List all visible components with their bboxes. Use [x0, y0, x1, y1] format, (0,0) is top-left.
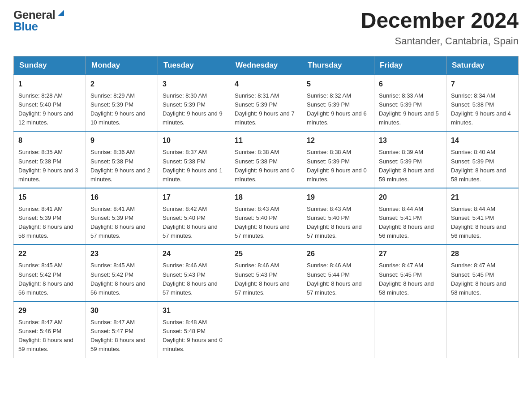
table-row: 4 Sunrise: 8:31 AMSunset: 5:39 PMDayligh…	[230, 75, 302, 132]
day-info: Sunrise: 8:32 AMSunset: 5:39 PMDaylight:…	[307, 92, 367, 126]
day-number: 7	[451, 79, 514, 90]
col-friday: Friday	[374, 56, 446, 75]
table-row: 11 Sunrise: 8:38 AMSunset: 5:38 PMDaylig…	[230, 131, 302, 188]
day-info: Sunrise: 8:34 AMSunset: 5:38 PMDaylight:…	[451, 92, 511, 126]
table-row	[302, 301, 374, 358]
day-info: Sunrise: 8:43 AMSunset: 5:40 PMDaylight:…	[235, 206, 290, 239]
col-saturday: Saturday	[446, 56, 519, 75]
day-info: Sunrise: 8:47 AMSunset: 5:45 PMDaylight:…	[379, 262, 434, 295]
table-row: 15 Sunrise: 8:41 AMSunset: 5:39 PMDaylig…	[14, 188, 86, 245]
day-info: Sunrise: 8:46 AMSunset: 5:44 PMDaylight:…	[307, 262, 362, 295]
day-number: 24	[163, 248, 225, 259]
table-row: 10 Sunrise: 8:37 AMSunset: 5:38 PMDaylig…	[158, 131, 230, 188]
day-info: Sunrise: 8:28 AMSunset: 5:40 PMDaylight:…	[18, 92, 73, 126]
day-info: Sunrise: 8:48 AMSunset: 5:48 PMDaylight:…	[163, 319, 223, 352]
table-row: 7 Sunrise: 8:34 AMSunset: 5:38 PMDayligh…	[446, 75, 519, 132]
day-number: 26	[307, 248, 369, 259]
day-number: 12	[307, 135, 369, 146]
day-number: 10	[163, 135, 225, 146]
col-sunday: Sunday	[14, 56, 86, 75]
table-row: 12 Sunrise: 8:38 AMSunset: 5:39 PMDaylig…	[302, 131, 374, 188]
logo: General Blue	[13, 9, 66, 32]
table-row: 6 Sunrise: 8:33 AMSunset: 5:39 PMDayligh…	[374, 75, 446, 132]
day-number: 3	[163, 79, 225, 90]
day-info: Sunrise: 8:36 AMSunset: 5:38 PMDaylight:…	[90, 149, 150, 182]
table-row	[230, 301, 302, 358]
day-info: Sunrise: 8:37 AMSunset: 5:38 PMDaylight:…	[163, 149, 223, 182]
week-row: 8 Sunrise: 8:35 AMSunset: 5:38 PMDayligh…	[14, 131, 519, 188]
table-row: 13 Sunrise: 8:39 AMSunset: 5:39 PMDaylig…	[374, 131, 446, 188]
table-row: 8 Sunrise: 8:35 AMSunset: 5:38 PMDayligh…	[14, 131, 86, 188]
table-row: 17 Sunrise: 8:42 AMSunset: 5:40 PMDaylig…	[158, 188, 230, 245]
logo-blue-text: Blue	[13, 21, 38, 32]
day-info: Sunrise: 8:43 AMSunset: 5:40 PMDaylight:…	[307, 206, 362, 239]
week-row: 1 Sunrise: 8:28 AMSunset: 5:40 PMDayligh…	[14, 75, 519, 132]
day-info: Sunrise: 8:39 AMSunset: 5:39 PMDaylight:…	[379, 149, 434, 182]
col-thursday: Thursday	[302, 56, 374, 75]
day-number: 11	[235, 135, 297, 146]
svg-marker-0	[58, 10, 64, 16]
day-info: Sunrise: 8:35 AMSunset: 5:38 PMDaylight:…	[18, 149, 78, 182]
table-row: 23 Sunrise: 8:45 AMSunset: 5:42 PMDaylig…	[86, 244, 158, 301]
day-info: Sunrise: 8:46 AMSunset: 5:43 PMDaylight:…	[163, 262, 218, 295]
table-row: 19 Sunrise: 8:43 AMSunset: 5:40 PMDaylig…	[302, 188, 374, 245]
day-info: Sunrise: 8:45 AMSunset: 5:42 PMDaylight:…	[18, 262, 73, 295]
page-header: General Blue December 2024 Santander, Ca…	[13, 9, 519, 47]
table-row: 28 Sunrise: 8:47 AMSunset: 5:45 PMDaylig…	[446, 244, 519, 301]
day-number: 27	[379, 248, 442, 259]
day-number: 28	[451, 248, 514, 259]
week-row: 29 Sunrise: 8:47 AMSunset: 5:46 PMDaylig…	[14, 301, 519, 358]
day-info: Sunrise: 8:46 AMSunset: 5:43 PMDaylight:…	[235, 262, 290, 295]
day-number: 18	[235, 192, 297, 203]
calendar-table: Sunday Monday Tuesday Wednesday Thursday…	[13, 56, 519, 358]
day-info: Sunrise: 8:31 AMSunset: 5:39 PMDaylight:…	[235, 92, 295, 126]
day-info: Sunrise: 8:29 AMSunset: 5:39 PMDaylight:…	[90, 92, 146, 126]
day-number: 14	[451, 135, 514, 146]
title-area: December 2024 Santander, Cantabria, Spai…	[361, 9, 519, 47]
day-number: 5	[307, 79, 369, 90]
day-info: Sunrise: 8:41 AMSunset: 5:39 PMDaylight:…	[90, 206, 146, 239]
day-number: 1	[18, 79, 81, 90]
day-info: Sunrise: 8:33 AMSunset: 5:39 PMDaylight:…	[379, 92, 439, 126]
table-row: 1 Sunrise: 8:28 AMSunset: 5:40 PMDayligh…	[14, 75, 86, 132]
day-number: 2	[90, 79, 153, 90]
table-row: 3 Sunrise: 8:30 AMSunset: 5:39 PMDayligh…	[158, 75, 230, 132]
day-info: Sunrise: 8:38 AMSunset: 5:38 PMDaylight:…	[235, 149, 295, 182]
day-number: 8	[18, 135, 81, 146]
col-wednesday: Wednesday	[230, 56, 302, 75]
day-info: Sunrise: 8:47 AMSunset: 5:47 PMDaylight:…	[90, 319, 146, 352]
table-row	[446, 301, 519, 358]
day-info: Sunrise: 8:45 AMSunset: 5:42 PMDaylight:…	[90, 262, 146, 295]
table-row: 16 Sunrise: 8:41 AMSunset: 5:39 PMDaylig…	[86, 188, 158, 245]
calendar-header-row: Sunday Monday Tuesday Wednesday Thursday…	[14, 56, 519, 75]
table-row: 31 Sunrise: 8:48 AMSunset: 5:48 PMDaylig…	[158, 301, 230, 358]
day-info: Sunrise: 8:44 AMSunset: 5:41 PMDaylight:…	[379, 206, 434, 239]
day-number: 4	[235, 79, 297, 90]
week-row: 15 Sunrise: 8:41 AMSunset: 5:39 PMDaylig…	[14, 188, 519, 245]
week-row: 22 Sunrise: 8:45 AMSunset: 5:42 PMDaylig…	[14, 244, 519, 301]
table-row	[374, 301, 446, 358]
day-info: Sunrise: 8:30 AMSunset: 5:39 PMDaylight:…	[163, 92, 223, 126]
table-row: 5 Sunrise: 8:32 AMSunset: 5:39 PMDayligh…	[302, 75, 374, 132]
table-row: 22 Sunrise: 8:45 AMSunset: 5:42 PMDaylig…	[14, 244, 86, 301]
table-row: 24 Sunrise: 8:46 AMSunset: 5:43 PMDaylig…	[158, 244, 230, 301]
day-number: 19	[307, 192, 369, 203]
month-title: December 2024	[361, 9, 519, 33]
day-number: 6	[379, 79, 442, 90]
table-row: 27 Sunrise: 8:47 AMSunset: 5:45 PMDaylig…	[374, 244, 446, 301]
col-monday: Monday	[86, 56, 158, 75]
table-row: 18 Sunrise: 8:43 AMSunset: 5:40 PMDaylig…	[230, 188, 302, 245]
day-number: 16	[90, 192, 153, 203]
day-number: 20	[379, 192, 442, 203]
table-row: 20 Sunrise: 8:44 AMSunset: 5:41 PMDaylig…	[374, 188, 446, 245]
table-row: 14 Sunrise: 8:40 AMSunset: 5:39 PMDaylig…	[446, 131, 519, 188]
table-row: 21 Sunrise: 8:44 AMSunset: 5:41 PMDaylig…	[446, 188, 519, 245]
location-subtitle: Santander, Cantabria, Spain	[361, 35, 519, 47]
logo-triangle-icon	[56, 8, 66, 18]
day-number: 29	[18, 305, 81, 316]
day-number: 25	[235, 248, 297, 259]
day-info: Sunrise: 8:47 AMSunset: 5:45 PMDaylight:…	[451, 262, 506, 295]
day-info: Sunrise: 8:41 AMSunset: 5:39 PMDaylight:…	[18, 206, 73, 239]
day-number: 9	[90, 135, 153, 146]
day-number: 21	[451, 192, 514, 203]
